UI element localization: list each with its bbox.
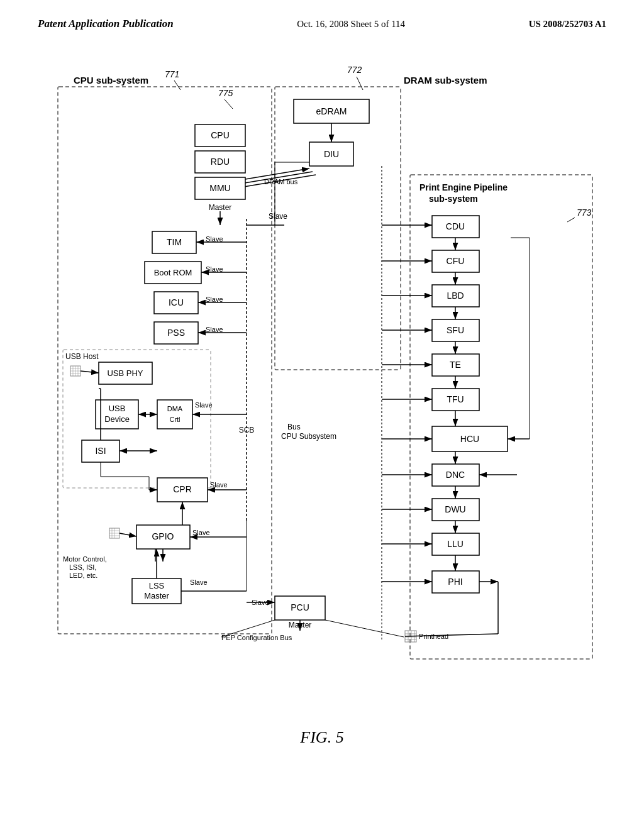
publication-label: Patent Application Publication xyxy=(38,18,174,30)
svg-line-68 xyxy=(80,371,99,373)
svg-text:Crtl: Crtl xyxy=(169,416,180,423)
svg-text:LLU: LLU xyxy=(447,539,464,549)
svg-text:sub-system: sub-system xyxy=(429,194,478,204)
svg-text:LBD: LBD xyxy=(447,290,464,301)
svg-text:DWU: DWU xyxy=(445,504,465,514)
svg-text:Master: Master xyxy=(209,203,232,212)
patent-number: US 2008/252703 A1 xyxy=(529,19,606,30)
svg-text:Motor Control,: Motor Control, xyxy=(63,555,107,563)
diagram-container: CPU sub-system 771 DRAM sub-system 772 7… xyxy=(39,49,605,716)
svg-text:CFU: CFU xyxy=(447,256,465,266)
svg-text:ISI: ISI xyxy=(95,446,106,456)
svg-text:DNC: DNC xyxy=(446,470,465,480)
svg-text:USB Host: USB Host xyxy=(65,352,99,361)
svg-text:CPU: CPU xyxy=(211,130,230,140)
svg-text:PCU: PCU xyxy=(291,602,309,612)
svg-text:GPIO: GPIO xyxy=(152,531,174,541)
svg-line-6 xyxy=(174,80,180,90)
svg-text:Printhead: Printhead xyxy=(419,633,448,640)
svg-text:772: 772 xyxy=(347,65,362,75)
svg-text:PHI: PHI xyxy=(448,577,462,587)
svg-text:Device: Device xyxy=(104,414,130,424)
svg-text:TIM: TIM xyxy=(167,237,182,247)
svg-text:Master: Master xyxy=(144,591,169,600)
svg-text:USB PHY: USB PHY xyxy=(107,368,143,378)
svg-text:Slave: Slave xyxy=(206,296,223,303)
svg-text:PSS: PSS xyxy=(167,328,185,338)
svg-text:Slave: Slave xyxy=(210,481,228,489)
svg-text:DRAM sub-system: DRAM sub-system xyxy=(404,75,487,86)
svg-line-26 xyxy=(567,218,575,222)
svg-text:CPU Subsystem: CPU Subsystem xyxy=(281,432,336,441)
svg-text:773: 773 xyxy=(577,208,592,218)
svg-text:SCB: SCB xyxy=(239,426,255,434)
figure-caption: FIG. 5 xyxy=(0,728,644,760)
svg-text:Slave: Slave xyxy=(206,326,223,333)
svg-text:TE: TE xyxy=(450,360,461,370)
svg-text:Slave: Slave xyxy=(195,401,213,409)
svg-line-10 xyxy=(357,77,363,90)
svg-text:LSS, ISI,: LSS, ISI, xyxy=(69,563,96,571)
svg-text:SFU: SFU xyxy=(447,325,464,335)
svg-text:DIU: DIU xyxy=(324,149,339,159)
svg-text:Slave: Slave xyxy=(206,235,223,243)
patent-diagram: CPU sub-system 771 DRAM sub-system 772 7… xyxy=(39,49,605,716)
svg-text:MMU: MMU xyxy=(209,183,230,193)
svg-text:USB: USB xyxy=(109,404,126,413)
svg-line-117 xyxy=(325,620,404,637)
svg-text:HCU: HCU xyxy=(460,434,479,444)
svg-text:PEP Configuration Bus: PEP Configuration Bus xyxy=(221,634,292,641)
svg-text:TFU: TFU xyxy=(447,394,464,404)
svg-text:CDU: CDU xyxy=(446,221,465,231)
svg-text:CPU sub-system: CPU sub-system xyxy=(74,75,148,86)
svg-text:RDU: RDU xyxy=(211,157,230,167)
svg-text:Slave: Slave xyxy=(190,578,208,586)
svg-line-21 xyxy=(240,175,316,187)
svg-text:ICU: ICU xyxy=(169,297,184,307)
svg-text:Bus: Bus xyxy=(287,423,301,431)
svg-text:LED, etc.: LED, etc. xyxy=(69,572,97,579)
svg-text:CPR: CPR xyxy=(173,484,192,494)
svg-text:LSS: LSS xyxy=(149,581,165,590)
svg-text:Slave: Slave xyxy=(192,529,210,536)
svg-text:771: 771 xyxy=(165,69,179,79)
page-header: Patent Application Publication Oct. 16, … xyxy=(0,0,644,36)
svg-text:Print Engine Pipeline: Print Engine Pipeline xyxy=(419,182,508,192)
svg-rect-73 xyxy=(157,400,192,429)
svg-line-12 xyxy=(225,99,233,109)
svg-text:eDRAM: eDRAM xyxy=(316,106,347,116)
svg-text:DMA: DMA xyxy=(167,405,183,412)
svg-text:Boot ROM: Boot ROM xyxy=(154,268,192,277)
svg-line-96 xyxy=(119,533,136,536)
svg-text:Slave: Slave xyxy=(206,265,223,273)
svg-text:775: 775 xyxy=(218,88,233,98)
sheet-info: Oct. 16, 2008 Sheet 5 of 114 xyxy=(297,19,405,30)
svg-text:Slave: Slave xyxy=(269,212,287,221)
